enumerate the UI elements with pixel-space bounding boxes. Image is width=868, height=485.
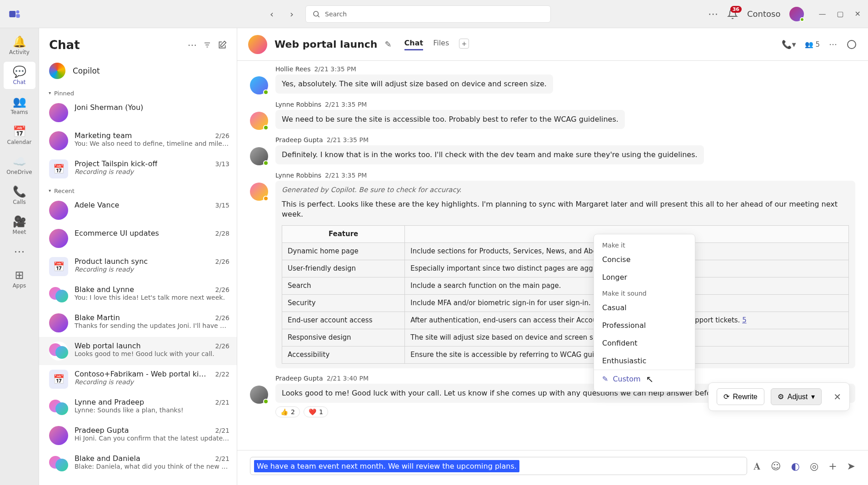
minimize-button[interactable]: — — [818, 10, 826, 18]
new-chat-icon[interactable] — [218, 40, 227, 49]
chat-item-date: 2/26 — [215, 286, 229, 293]
attach-icon[interactable]: + — [828, 460, 837, 472]
rewrite-button[interactable]: ⟳ Rewrite — [717, 388, 764, 405]
tab-files[interactable]: Files — [433, 39, 449, 50]
chat-item-avatar — [49, 103, 68, 122]
maximize-button[interactable]: ▢ — [837, 10, 843, 18]
rail-apps[interactable]: ⊞Apps — [4, 265, 35, 292]
chat-list-item[interactable]: Lynne and Pradeep2/21 Lynne: Sounds like… — [39, 393, 237, 421]
close-rewrite-icon[interactable]: ✕ — [833, 391, 841, 402]
chat-item-preview: Lynne: Sounds like a plan, thanks! — [75, 406, 229, 414]
adjust-enthusiastic[interactable]: Enthusiastic — [594, 352, 695, 370]
message-block: Lynne Robbins2/21 3:35 PM We need to be … — [250, 101, 855, 130]
notifications-button[interactable]: 36 — [727, 9, 738, 20]
chat-item-name: Marketing team — [75, 131, 132, 140]
reaction-pill[interactable]: ❤️1 — [304, 406, 328, 417]
emoji-icon[interactable]: ☺ — [771, 460, 781, 472]
rail-teams[interactable]: 👥Teams — [4, 92, 35, 119]
loop-icon[interactable]: ◎ — [810, 460, 818, 472]
chat-list-item[interactable]: 📅 Project Tailspin kick-off3/13 Recordin… — [39, 155, 237, 183]
rail-more[interactable]: ⋯ — [14, 245, 25, 258]
chat-item-name: Joni Sherman (You) — [75, 103, 143, 112]
filter-icon[interactable] — [203, 41, 211, 49]
chat-list-item[interactable]: Joni Sherman (You) — [39, 99, 237, 127]
chat-list-item[interactable]: Adele Vance3/15 — [39, 196, 237, 224]
rail-calls[interactable]: 📞Calls — [4, 182, 35, 209]
chat-list-item[interactable]: Blake Martin2/26 Thanks for sending the … — [39, 309, 237, 337]
chat-item-preview: Recording is ready — [75, 168, 229, 175]
chat-item-date: 3/13 — [215, 160, 229, 168]
chat-list-item[interactable]: Blake and Lynne2/26 You: I love this ide… — [39, 281, 237, 309]
tab-chat[interactable]: Chat — [404, 39, 424, 50]
call-button[interactable]: 📞▾ — [782, 40, 796, 49]
conv-more-icon[interactable]: ⋯ — [829, 40, 837, 49]
table-row: End-user account accessAfter authenticat… — [282, 312, 849, 329]
chat-item-avatar — [49, 341, 68, 361]
adjust-menu: Make it Concise Longer Make it sound Cas… — [594, 234, 695, 392]
table-row: AccessibilityEnsure the site is accessib… — [282, 346, 849, 363]
reaction-pill[interactable]: 👍2 — [275, 406, 300, 417]
titlebar: ‹ › Search ⋯ 36 Contoso — ▢ ✕ — [0, 0, 868, 28]
chat-item-date: 3/15 — [215, 202, 229, 209]
adjust-confident[interactable]: Confident — [594, 334, 695, 352]
chat-item-avatar — [49, 313, 68, 332]
more-icon[interactable]: ⋯ — [708, 8, 718, 20]
message-bubble: Definitely. I know that is in the works … — [275, 145, 704, 164]
chat-list-item[interactable]: Marketing team2/26 You: We also need to … — [39, 127, 237, 155]
adjust-button[interactable]: ⚙ Adjust ▾ — [771, 388, 822, 405]
chat-list-item[interactable]: 📅 Product launch sync2/26 Recording is r… — [39, 252, 237, 281]
user-avatar[interactable] — [789, 7, 804, 21]
chat-item-name: Blake Martin — [75, 313, 120, 322]
copilot-compose-icon[interactable]: ◐ — [791, 460, 800, 472]
format-icon[interactable]: 𝐀 — [753, 460, 761, 472]
svg-line-4 — [318, 15, 319, 17]
chat-item-name: Pradeep Gupta — [75, 426, 129, 435]
rail-chat[interactable]: 💬Chat — [4, 62, 35, 89]
nav-forward-button[interactable]: › — [284, 6, 300, 22]
send-button[interactable]: ➤ — [847, 460, 855, 472]
edit-title-icon[interactable]: ✎ — [385, 40, 392, 49]
search-input[interactable]: Search — [305, 5, 551, 23]
conversation-avatar — [248, 35, 267, 54]
adjust-custom[interactable]: ✎ Custom — [594, 370, 695, 388]
chat-list-item[interactable]: Web portal launch2/26 Looks good to me! … — [39, 337, 237, 365]
rail-calendar[interactable]: 📅Calendar — [4, 122, 35, 149]
adjust-professional[interactable]: Professional — [594, 317, 695, 334]
citation-link[interactable]: 5 — [742, 316, 747, 324]
more-options-icon[interactable]: ⋯ — [188, 40, 197, 50]
rail-onedrive[interactable]: ☁️OneDrive — [4, 152, 35, 179]
chat-list-item[interactable]: Blake and Daniela2/21 Blake: Daniela, wh… — [39, 450, 237, 478]
copilot-chat-item[interactable]: Copilot — [39, 56, 237, 85]
participants-button[interactable]: 👥5 — [805, 40, 820, 49]
chat-item-avatar — [49, 131, 68, 150]
chat-list-item[interactable]: Pradeep Gupta2/21 Hi Joni. Can you confi… — [39, 421, 237, 450]
copilot-header-icon[interactable] — [846, 39, 857, 50]
chat-item-avatar — [49, 285, 68, 304]
close-button[interactable]: ✕ — [855, 10, 861, 18]
compose-input[interactable]: We have a team event next month. We will… — [250, 457, 747, 475]
app-rail: 🔔Activity 💬Chat 👥Teams 📅Calendar ☁️OneDr… — [0, 28, 39, 485]
copilot-icon — [49, 63, 65, 79]
rail-activity[interactable]: 🔔Activity — [4, 32, 35, 59]
bell-icon: 🔔 — [13, 35, 26, 48]
chat-item-preview: Hi Joni. Can you confirm that the latest… — [75, 435, 229, 442]
rail-meet[interactable]: 🎥Meet — [4, 212, 35, 239]
add-tab-button[interactable]: + — [459, 39, 469, 49]
chat-list-item[interactable]: 📅 Contoso+Fabrikam - Web portal ki…2/22 … — [39, 365, 237, 393]
adjust-casual[interactable]: Casual — [594, 299, 695, 317]
compose-draft-text: We have a team event next month. We will… — [254, 460, 519, 472]
nav-back-button[interactable]: ‹ — [264, 6, 280, 22]
chat-item-preview: You: We also need to define, timeline an… — [75, 140, 229, 147]
chat-item-preview: Thanks for sending the updates Joni. I'l… — [75, 322, 229, 329]
chat-list-item[interactable]: Ecommerce UI updates2/28 — [39, 224, 237, 252]
adjust-concise[interactable]: Concise — [594, 251, 695, 268]
adjust-longer[interactable]: Longer — [594, 268, 695, 286]
recent-section-header[interactable]: Recent — [39, 183, 237, 196]
adjust-section-label: Make it — [594, 238, 695, 251]
chat-item-preview: Recording is ready — [75, 378, 229, 386]
table-row: User-friendly designEspecially important… — [282, 260, 849, 277]
phone-icon: 📞 — [13, 185, 26, 198]
chat-item-name: Adele Vance — [75, 201, 119, 209]
pinned-section-header[interactable]: Pinned — [39, 85, 237, 99]
chat-item-name: Blake and Daniela — [75, 454, 140, 463]
